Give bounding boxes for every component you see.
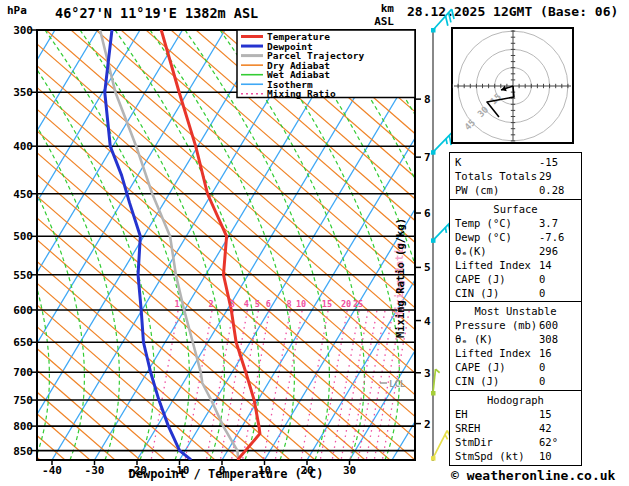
panel-row-label: Lifted Index [455,259,531,271]
mixing-ratio-value-label: 5 [255,299,260,309]
pressure-label: 800 [13,420,33,433]
panel-row-label: Temp (°C) [455,217,512,229]
lcl-label: LCL [389,379,406,389]
panel-row-value: 0 [539,374,545,388]
panel-section-title: Most Unstable [450,304,581,318]
mixing-ratio-value-label: 6 [266,299,271,309]
panel-row-value: 600 [539,318,558,332]
panel-row-label: CAPE (J) [455,273,506,285]
altitude-km-label: 6 [424,207,431,220]
mixing-ratio-line [358,311,385,460]
panel-section-title: Surface [450,202,581,216]
pressure-label: 600 [13,304,33,317]
panel-row-value: 16 [539,346,552,360]
mixing-ratio-value-label: 4 [244,299,249,309]
panel-row: θₑ (K)308 [450,332,581,346]
temp-axis-label: Dewpoint / Temperature (°C) [37,467,415,481]
panel-row: θₑ(K)296 [450,244,581,258]
panel-row: CAPE (J)0 [450,360,581,374]
altitude-km-label: 3 [424,367,431,380]
panel-row-label: EH [455,408,468,420]
pressure-label: 500 [13,230,33,243]
mixing-ratio-value-label: 20 [341,299,351,309]
legend: TemperatureDewpointParcel TrajectoryDry … [237,30,415,99]
panel-row-label: PW (cm) [455,184,499,196]
panel-row-label: θₑ(K) [455,245,487,257]
panel-row: Totals Totals29 [450,169,581,183]
panel-row-label: Totals Totals [455,170,537,182]
mixing-ratio-axis-label: Mixing Ratio (g/kg) [394,218,406,338]
altitude-km-label: 2 [424,418,431,431]
altitude-km-label: 4 [424,315,431,328]
panel-section: Most UnstablePressure (mb)600θₑ (K)308Li… [449,301,582,391]
panel-row-value: 14 [539,258,552,272]
mixing-ratio-value-label: 2 [208,299,213,309]
hodograph: kt 153045 [446,19,580,153]
pressure-label: 450 [13,188,33,201]
pressure-label: 850 [13,445,33,458]
panel-row: StmDir62° [450,435,581,449]
panel-row-value: 3.7 [539,216,558,230]
pressure-label: 350 [13,86,33,99]
panel-row: CAPE (J)0 [450,272,581,286]
panel-row-label: θₑ (K) [455,333,493,345]
panel-row-value: 0 [539,286,545,300]
panel-section: K-15Totals Totals29PW (cm)0.28 [449,152,582,200]
mixing-ratio-value-label: 3 [230,299,235,309]
mixing-ratio-value-label: 8 [287,299,292,309]
mixing-ratio-value-label: 10 [296,299,306,309]
pressure-label: 550 [13,269,33,282]
panel-row: EH15 [450,407,581,421]
panel-row-label: StmSpd (kt) [455,450,525,462]
pressure-label: 750 [13,394,33,407]
panel-row-label: Pressure (mb) [455,319,537,331]
panel-row: Pressure (mb)600 [450,318,581,332]
panel-row-label: Dewp (°C) [455,231,512,243]
panel-row: PW (cm)0.28 [450,183,581,197]
panel-row-label: CIN (J) [455,375,499,387]
wind-barb [431,9,454,32]
skewt-sounding-screen: hPa 46°27'N 11°19'E 1382m ASL km ASL 28.… [0,0,629,486]
isotherm-line [0,30,13,460]
panel-row-value: 10 [539,449,552,463]
panel-section: HodographEH15SREH42StmDir62°StmSpd (kt)1… [449,390,582,466]
pressure-label: 700 [13,366,33,379]
mixing-ratio-value-label: 15 [322,299,332,309]
panel-row: SREH42 [450,421,581,435]
panel-row: K-15 [450,155,581,169]
panel-section: SurfaceTemp (°C)3.7Dewp (°C)-7.6θₑ(K)296… [449,199,582,303]
altitude-km-label: 8 [424,93,431,106]
panel-row-value: 62° [539,435,558,449]
panel-row-label: Lifted Index [455,347,531,359]
panel-row-value: -7.6 [539,230,564,244]
panel-row-value: 296 [539,244,558,258]
pressure-label: 400 [13,140,33,153]
panel-row: Lifted Index16 [450,346,581,360]
pressure-label: 650 [13,336,33,349]
mixing-ratio-value-label: 1 [174,299,179,309]
panel-row-value: 29 [539,169,552,183]
panel-section-title: Hodograph [450,393,581,407]
panel-row-label: K [455,156,461,168]
panel-row-label: StmDir [455,436,493,448]
altitude-km-label: 5 [424,261,431,274]
credit: © weatheronline.co.uk [451,468,615,483]
panel-row-label: SREH [455,422,480,434]
panel-row-value: 0 [539,360,545,374]
mixing-ratio-value-label: 25 [353,299,363,309]
panel-row-label: CAPE (J) [455,361,506,373]
panel-row: CIN (J)0 [450,286,581,300]
indices-panel: K-15Totals Totals29PW (cm)0.28SurfaceTem… [449,152,582,466]
panel-row-value: 42 [539,421,552,435]
panel-row: Temp (°C)3.7 [450,216,581,230]
panel-row: CIN (J)0 [450,374,581,388]
panel-row-value: 0 [539,272,545,286]
panel-row: Lifted Index14 [450,258,581,272]
panel-row-label: CIN (J) [455,287,499,299]
altitude-km-label: 7 [424,151,431,164]
panel-row-value: 0.28 [539,183,564,197]
legend-label: Mixing Ratio [267,88,336,99]
panel-row-value: 15 [539,407,552,421]
panel-row: StmSpd (kt)10 [450,449,581,463]
panel-row-value: 308 [539,332,558,346]
